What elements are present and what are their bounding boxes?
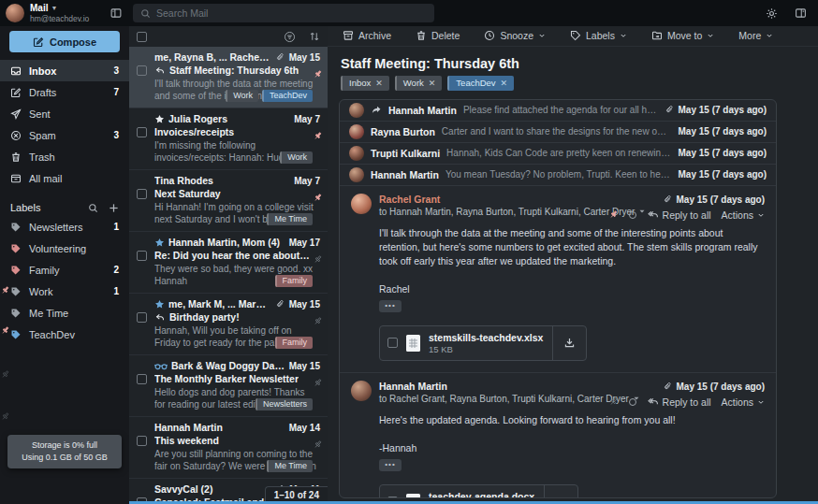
sidebar-label-work[interactable]: Work1 xyxy=(0,281,129,302)
reply-to-all-button[interactable]: Reply to all xyxy=(647,396,711,408)
glasses-icon xyxy=(154,362,168,370)
reply-to-all-button[interactable]: Reply to all xyxy=(647,209,711,221)
email-senders: Julia Rogers xyxy=(168,113,290,124)
toolbar-labels-button[interactable]: Labels xyxy=(570,30,627,41)
email-checkbox[interactable] xyxy=(137,312,147,323)
star-icon[interactable] xyxy=(154,114,165,124)
sort-icon[interactable] xyxy=(309,31,320,42)
attachment-checkbox[interactable] xyxy=(387,497,398,498)
close-icon[interactable]: ✕ xyxy=(375,78,383,89)
forwarded-icon xyxy=(371,105,382,115)
label-search-icon[interactable] xyxy=(88,203,98,213)
label-chip[interactable]: Newsletters xyxy=(256,398,313,410)
search-input[interactable] xyxy=(156,7,427,19)
show-quoted-text-button[interactable]: ••• xyxy=(379,459,402,471)
label-chip[interactable]: Me Time xyxy=(267,460,313,472)
pin-icon[interactable] xyxy=(608,209,619,220)
sidebar-item-trash[interactable]: Trash xyxy=(0,146,129,167)
sidebar-label-family[interactable]: Family2 xyxy=(0,259,129,281)
sidebar-item-inbox[interactable]: Inbox3 xyxy=(0,60,129,81)
collapsed-message[interactable]: Hannah MartinYou mean Tuesday? No proble… xyxy=(340,165,776,186)
actions-menu-button[interactable]: Actions xyxy=(722,396,765,408)
read-status-icon[interactable] xyxy=(629,211,636,219)
attachment-card[interactable]: stemskills-teachdev.xlsx15 KB xyxy=(379,325,587,361)
email-row[interactable]: Tina RhodesMay 7Next SaturdayHi Hannah! … xyxy=(129,170,328,232)
pin-icon[interactable] xyxy=(313,254,323,265)
label-chip[interactable]: TeachDev xyxy=(262,90,313,102)
thread-label-chip[interactable]: TeachDev✕ xyxy=(447,76,514,91)
label-chip[interactable]: Family xyxy=(275,337,314,349)
toolbar-move-to-button[interactable]: Move to xyxy=(651,30,714,41)
attachment-checkbox[interactable] xyxy=(387,338,398,348)
email-checkbox[interactable] xyxy=(137,65,147,76)
toolbar-delete-button[interactable]: Delete xyxy=(416,30,460,41)
pin-icon[interactable] xyxy=(313,69,323,79)
sidebar-toggle-icon[interactable] xyxy=(110,7,122,19)
attachment-card[interactable]: teachdev-agenda.docx43 KB xyxy=(379,484,578,498)
label-chip[interactable]: Work xyxy=(226,90,258,102)
pin-icon[interactable] xyxy=(313,378,323,388)
star-icon[interactable] xyxy=(154,299,165,310)
allmail-icon xyxy=(10,173,22,184)
email-row[interactable]: Julia RogersMay 7Invoices/receiptsI'm mi… xyxy=(129,108,328,170)
collapsed-message[interactable]: Rayna BurtonCarter and I want to share t… xyxy=(340,122,776,143)
sender-name[interactable]: Hannah Martin xyxy=(379,381,640,392)
label-chip[interactable]: Me Time xyxy=(267,213,313,225)
email-row[interactable]: me, Rayna B, ... Rachel G (6)May 15Staff… xyxy=(129,47,328,108)
email-row[interactable]: Hannah MartinMay 14This weekendAre you s… xyxy=(129,417,328,479)
sidebar-label-newsletters[interactable]: Newsletters1 xyxy=(0,216,129,238)
sidebar-item-sent[interactable]: Sent xyxy=(0,103,129,124)
read-status-icon[interactable] xyxy=(629,398,636,406)
collapsed-message[interactable]: Hannah MartinPlease find attached the ag… xyxy=(340,100,776,122)
toolbar-more-button[interactable]: More xyxy=(738,30,773,41)
pin-icon[interactable] xyxy=(313,439,323,450)
email-checkbox[interactable] xyxy=(137,374,147,384)
download-button[interactable] xyxy=(552,326,586,360)
settings-gear-icon[interactable] xyxy=(766,7,778,20)
pin-icon[interactable] xyxy=(313,193,323,203)
pin-icon[interactable] xyxy=(313,131,323,141)
email-date: May 15 xyxy=(289,52,320,63)
label-chip[interactable]: Family xyxy=(275,275,314,287)
folder-label: All mail xyxy=(29,173,62,184)
sidebar-label-volunteering[interactable]: Volunteering xyxy=(0,238,129,259)
toolbar-snooze-button[interactable]: Snooze xyxy=(484,30,546,41)
email-checkbox[interactable] xyxy=(137,251,147,261)
pin-icon[interactable] xyxy=(608,396,619,407)
search-bar[interactable] xyxy=(133,4,434,22)
sidebar-label-teachdev[interactable]: TeachDev xyxy=(0,324,129,345)
email-row[interactable]: Bark & Wag Doggy DaycareMay 15The Monthl… xyxy=(129,355,328,417)
search-icon xyxy=(140,8,151,19)
pin-icon[interactable] xyxy=(313,316,323,326)
star-icon[interactable] xyxy=(154,238,165,248)
sidebar-item-drafts[interactable]: Drafts7 xyxy=(0,81,129,103)
compose-button[interactable]: Compose xyxy=(9,31,120,52)
email-row[interactable]: Hannah Martin, Mom (4)May 17Re: Did you … xyxy=(129,232,328,294)
email-checkbox[interactable] xyxy=(137,189,147,199)
toolbar-archive-button[interactable]: Archive xyxy=(343,30,391,41)
sidebar-item-all-mail[interactable]: All mail xyxy=(0,167,129,189)
show-quoted-text-button[interactable]: ••• xyxy=(379,300,402,312)
label-chip[interactable]: Work xyxy=(280,151,313,164)
sidebar-item-spam[interactable]: Spam3 xyxy=(0,124,129,146)
email-checkbox[interactable] xyxy=(137,127,147,137)
collapsed-message[interactable]: Trupti KulkarniHannah, Kids Can Code are… xyxy=(340,143,776,165)
select-all-checkbox[interactable] xyxy=(137,32,147,42)
thread-label-chip[interactable]: Work✕ xyxy=(395,76,443,91)
actions-menu-button[interactable]: Actions xyxy=(722,209,765,221)
reading-pane-toggle-icon[interactable] xyxy=(795,7,807,19)
sidebar-label-me-time[interactable]: Me Time xyxy=(0,302,129,324)
thread-label-chip[interactable]: Inbox✕ xyxy=(341,76,389,91)
email-row[interactable]: me, Mark M, ... Mary G (8)May 15Birthday… xyxy=(129,294,328,355)
account-menu[interactable]: Mail ▼ hm@teachdev.io xyxy=(0,4,129,23)
filter-icon[interactable] xyxy=(284,31,296,43)
close-icon[interactable]: ✕ xyxy=(501,78,508,89)
label-name: Work xyxy=(29,286,52,297)
close-icon[interactable]: ✕ xyxy=(429,78,436,89)
email-checkbox[interactable] xyxy=(137,436,147,446)
recipients-line[interactable]: to Rachel Grant, Rayna Burton, Trupti Ku… xyxy=(379,394,640,404)
download-button[interactable] xyxy=(544,485,577,498)
add-label-icon[interactable] xyxy=(109,203,119,213)
sender-name[interactable]: Rachel Grant xyxy=(379,194,646,205)
recipients-line[interactable]: to Hannah Martin, Rayna Burton, Trupti K… xyxy=(379,207,646,217)
